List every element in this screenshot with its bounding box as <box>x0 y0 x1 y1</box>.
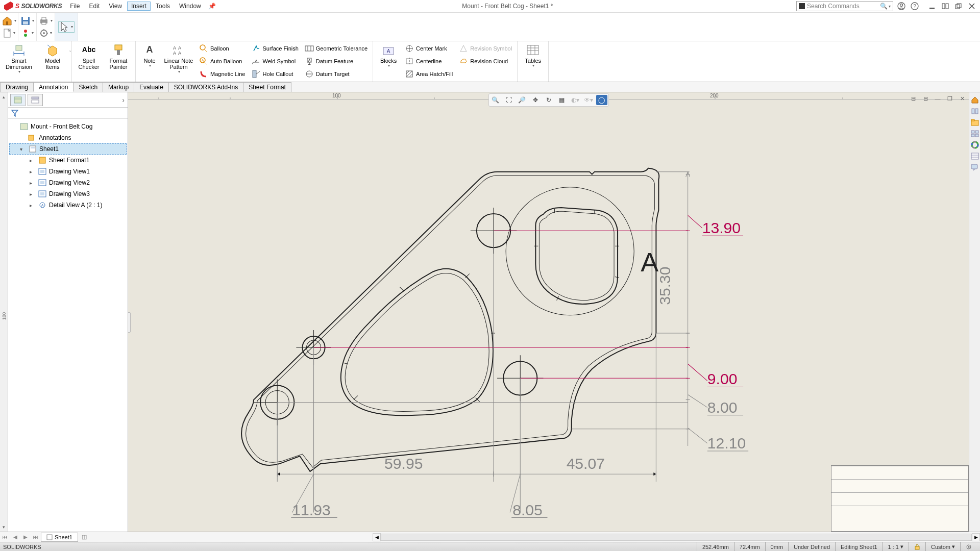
zoom-fit-icon[interactable]: 🔍 <box>490 95 501 105</box>
doc-restore-icon[interactable]: ❐ <box>945 94 954 103</box>
doc-next-icon[interactable]: ⊟ <box>921 94 930 103</box>
menu-view[interactable]: View <box>105 2 126 11</box>
blocks-button[interactable]: A Blocks ▾ <box>376 42 401 69</box>
tab-sketch[interactable]: Sketch <box>73 82 103 92</box>
zoom-window-icon[interactable]: 🔎 <box>517 95 528 105</box>
pin-icon[interactable]: 📌 <box>205 3 219 10</box>
tab-addins[interactable]: SOLIDWORKS Add-Ins <box>168 82 243 92</box>
left-scroll-bar[interactable]: ▴ 100 ▾ <box>0 92 8 532</box>
options-button[interactable]: ▾ <box>40 28 52 39</box>
area-hatch-button[interactable]: Area Hatch/Fill <box>403 68 455 80</box>
search-dropdown-icon[interactable]: ▾ <box>889 4 891 9</box>
horizontal-scrollbar[interactable]: ◀ ▶ <box>373 533 980 542</box>
tables-button[interactable]: Tables ▾ <box>521 42 545 69</box>
home-task-icon[interactable] <box>970 95 979 105</box>
tab-evaluate[interactable]: Evaluate <box>134 82 169 92</box>
surface-finish-button[interactable]: Surface Finish <box>250 42 301 55</box>
tree-dv1[interactable]: ▸ Drawing View1 <box>9 166 127 177</box>
weld-symbol-button[interactable]: Weld Symbol <box>250 55 301 67</box>
search-commands[interactable]: Search Commands 🔍 ▾ <box>796 1 893 11</box>
menu-window[interactable]: Window <box>175 2 205 11</box>
zoom-area-icon[interactable]: ⛶ <box>503 95 514 105</box>
revision-symbol-button[interactable]: Revision Symbol <box>457 42 514 55</box>
tree-root[interactable]: Mount - Front Belt Cog <box>9 121 127 132</box>
forum-icon[interactable] <box>970 163 979 172</box>
tree-annotations[interactable]: Annotations <box>9 132 127 143</box>
revision-cloud-button[interactable]: Revision Cloud <box>457 55 514 67</box>
dim-4507[interactable]: 45.07 <box>567 455 605 472</box>
appearances-icon[interactable] <box>970 140 979 149</box>
format-painter-button[interactable]: Format Painter <box>105 42 132 71</box>
auto-balloon-button[interactable]: AAuto Balloon <box>197 55 248 67</box>
dim-1390[interactable]: 13.90 <box>702 219 741 236</box>
rebuild-button[interactable]: ▾ <box>21 28 34 39</box>
status-settings-icon[interactable] <box>960 542 977 551</box>
pan-icon[interactable]: ✥ <box>530 95 541 105</box>
collapse-tree-icon[interactable]: › <box>122 96 125 104</box>
file-explorer-icon[interactable] <box>970 118 979 127</box>
spell-checker-button[interactable]: Abc Spell Checker <box>75 42 103 71</box>
magnetic-line-button[interactable]: Magnetic Line <box>197 68 248 80</box>
dim-900[interactable]: 9.00 <box>707 370 738 387</box>
tree-sheet1[interactable]: ▾ Sheet1 <box>9 143 127 155</box>
tab-markup[interactable]: Markup <box>103 82 134 92</box>
add-sheet-icon[interactable]: ◫ <box>78 534 90 540</box>
tab-drawing[interactable]: Drawing <box>0 82 34 92</box>
close-button[interactable] <box>968 2 976 10</box>
filter-row[interactable] <box>8 108 128 119</box>
geometric-tolerance-button[interactable]: Geometric Tolerance <box>303 42 370 55</box>
property-tab[interactable] <box>28 94 43 106</box>
drawing-canvas[interactable]: 100 200 🔍 ⛶ 🔎 ✥ ↻ ▦ ◐▾ 👁▾ ◯ ⊟ ⊟ — ❐ ✕ <box>128 92 969 532</box>
sheet-nav[interactable]: ⏮◀▶⏭ <box>0 534 41 540</box>
layout-button[interactable] <box>941 2 949 10</box>
model-items-button[interactable]: Model Items <box>37 42 68 71</box>
smart-dimension-button[interactable]: Smart Dimension ▾ <box>3 42 35 76</box>
custom-properties-icon[interactable] <box>970 152 979 161</box>
hole-callout-button[interactable]: Hole Callout <box>250 68 301 80</box>
new-button[interactable]: ▾ <box>3 28 15 39</box>
centerline-button[interactable]: Centerline <box>403 55 455 67</box>
tree-detail-a[interactable]: ▸ A Detail View A (2 : 1) <box>9 199 127 211</box>
dim-1210[interactable]: 12.10 <box>707 435 746 452</box>
library-icon[interactable] <box>970 107 979 116</box>
doc-prev-icon[interactable]: ⊟ <box>909 94 918 103</box>
doc-minimize-icon[interactable]: — <box>933 94 942 103</box>
status-lock-icon[interactable] <box>909 542 925 551</box>
tree-dv3[interactable]: ▸ Drawing View3 <box>9 188 127 199</box>
dim-805[interactable]: 8.05 <box>512 502 543 518</box>
tab-sheet-format[interactable]: Sheet Format <box>243 82 291 92</box>
tree-sheet-format[interactable]: ▸ Sheet Format1 <box>9 155 127 166</box>
overflow-icon[interactable]: ˇ <box>69 51 77 55</box>
view-orientation-icon[interactable]: ▦ <box>556 95 568 105</box>
help-icon[interactable]: ? <box>910 1 920 11</box>
maximize-button[interactable] <box>954 2 963 10</box>
note-button[interactable]: A Note ▾ <box>139 42 160 69</box>
tree-dv2[interactable]: ▸ Drawing View2 <box>9 177 127 188</box>
menu-tools[interactable]: Tools <box>152 2 174 11</box>
dim-3530[interactable]: 35.30 <box>656 266 673 305</box>
view-palette-icon[interactable] <box>970 129 979 138</box>
datum-target-button[interactable]: Datum Target <box>303 68 370 80</box>
home-button[interactable]: ▾ <box>2 15 16 27</box>
dim-1193[interactable]: 11.93 <box>292 502 330 518</box>
feature-tree-tab[interactable] <box>10 94 26 106</box>
save-button[interactable]: ▾ <box>21 15 34 27</box>
display-style-icon[interactable]: ◐▾ <box>570 95 581 105</box>
split-handle[interactable] <box>128 312 131 333</box>
datum-feature-button[interactable]: ADatum Feature <box>303 55 370 67</box>
dim-800[interactable]: 8.00 <box>707 399 738 416</box>
balloon-button[interactable]: Balloon <box>197 42 248 55</box>
status-scale[interactable]: 1 : 1 ▾ <box>883 542 909 551</box>
menu-edit[interactable]: Edit <box>85 2 104 11</box>
status-custom[interactable]: Custom ▾ <box>925 542 960 551</box>
select-button[interactable]: ▾ <box>58 21 75 33</box>
linear-note-pattern-button[interactable]: AAAA Linear Note Pattern ▾ <box>162 42 195 76</box>
user-icon[interactable] <box>896 1 906 11</box>
menu-file[interactable]: File <box>66 2 84 11</box>
menu-insert[interactable]: Insert <box>127 2 151 11</box>
dim-5995[interactable]: 59.95 <box>384 455 423 472</box>
render-icon[interactable]: ◯ <box>596 95 607 105</box>
hide-show-icon[interactable]: 👁▾ <box>583 95 594 105</box>
print-button[interactable]: ▾ <box>39 15 53 27</box>
minimize-button[interactable] <box>928 2 936 10</box>
